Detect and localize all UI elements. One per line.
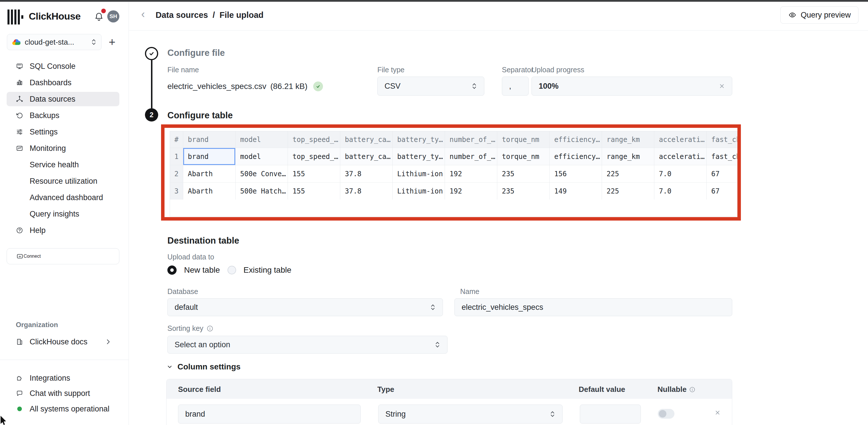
source-field-input[interactable]: brand: [178, 404, 361, 424]
connect-button[interactable]: Connect: [7, 248, 119, 264]
preview-cell[interactable]: 500e Conve…: [236, 165, 288, 182]
sidebar-item-data-sources[interactable]: Data sources: [7, 92, 119, 106]
preview-cell[interactable]: Abarth: [183, 165, 236, 182]
table-name-input[interactable]: electric_vehicles_specs: [455, 298, 732, 316]
sorting-key-label-row: Sorting key: [167, 324, 213, 333]
preview-cell[interactable]: 192: [445, 182, 497, 200]
default-value-header: Default value: [579, 385, 625, 394]
preview-column-header: number_of_…: [445, 131, 497, 148]
sidebar-item-label: Integrations: [30, 374, 70, 383]
preview-cell[interactable]: 67: [707, 165, 737, 182]
preview-cell[interactable]: 235: [497, 182, 550, 200]
sidebar-item-service-health[interactable]: Service health: [7, 158, 119, 172]
remove-column-icon[interactable]: [714, 409, 721, 416]
sidebar-item-settings[interactable]: Settings: [7, 125, 119, 139]
sidebar-item-label: SQL Console: [30, 62, 75, 71]
sidebar-item-advanced-dashboard[interactable]: Advanced dashboard: [7, 190, 119, 205]
sidebar-item-label: Chat with support: [30, 389, 90, 398]
preview-cell[interactable]: battery_ca…: [340, 148, 393, 165]
nullable-toggle[interactable]: [658, 409, 675, 419]
main-content: ‹ Data sources / File upload Query previ…: [129, 0, 868, 425]
column-settings-toggle[interactable]: Column settings: [166, 362, 241, 371]
sidebar-item-integrations[interactable]: Integrations: [7, 371, 119, 385]
sidebar-item-backups[interactable]: Backups: [7, 108, 119, 123]
separator-input[interactable]: ,: [502, 77, 529, 95]
sidebar-item-label: Resource utilization: [30, 177, 97, 186]
preview-cell[interactable]: accelerati…: [654, 148, 707, 165]
preview-cell[interactable]: 7.0: [654, 165, 707, 182]
database-select[interactable]: default: [167, 298, 443, 316]
preview-table-row: 3Abarth500e Hatch…15537.8Lithium-ion1922…: [170, 182, 737, 200]
cancel-upload-icon[interactable]: [719, 83, 725, 89]
preview-cell[interactable]: 37.8: [340, 182, 393, 200]
preview-cell[interactable]: range_km: [602, 148, 654, 165]
preview-cell[interactable]: fast_cha: [707, 148, 737, 165]
preview-cell[interactable]: Abarth: [183, 182, 236, 200]
chevron-updown-icon: [471, 82, 477, 90]
sidebar-item-system-status[interactable]: All systems operational: [7, 402, 119, 416]
organization-heading: Organization: [16, 321, 58, 329]
breadcrumb-separator: /: [213, 10, 215, 20]
sidebar-item-label: Monitoring: [30, 144, 66, 153]
preview-cell[interactable]: 149: [550, 182, 602, 200]
preview-cell[interactable]: torque_nm: [497, 148, 550, 165]
separator-value: ,: [509, 82, 512, 91]
preview-cell[interactable]: battery_ty…: [393, 148, 445, 165]
preview-cell[interactable]: Lithium-ion: [393, 182, 445, 200]
preview-cell[interactable]: 192: [445, 165, 497, 182]
preview-cell[interactable]: 67: [707, 182, 737, 200]
sidebar-item-dashboards[interactable]: Dashboards: [7, 76, 119, 90]
preview-cell[interactable]: top_speed_…: [288, 148, 340, 165]
sorting-key-select[interactable]: Select an option: [167, 336, 447, 353]
source-field-header: Source field: [178, 385, 221, 394]
breadcrumb-parent[interactable]: Data sources: [156, 10, 208, 20]
preview-cell[interactable]: number_of_…: [445, 148, 497, 165]
service-selector[interactable]: cloud-get-sta...: [7, 34, 101, 50]
upload-progress-value: 100%: [539, 82, 559, 91]
sidebar-item-help[interactable]: Help: [7, 223, 119, 237]
sidebar-item-monitoring[interactable]: Monitoring: [7, 141, 119, 155]
default-value-input[interactable]: [580, 404, 641, 424]
preview-cell[interactable]: 500e Hatch…: [236, 182, 288, 200]
sidebar-item-clickhouse-docs[interactable]: ClickHouse docs: [7, 335, 122, 349]
preview-cell[interactable]: Lithium-ion: [393, 165, 445, 182]
info-icon[interactable]: [689, 387, 695, 393]
preview-cell[interactable]: 225: [602, 182, 654, 200]
preview-cell[interactable]: 155: [288, 182, 340, 200]
sidebar-item-chat-support[interactable]: Chat with support: [7, 387, 119, 400]
existing-table-radio[interactable]: [227, 266, 236, 275]
eye-icon: [788, 11, 797, 19]
new-table-radio[interactable]: [167, 265, 177, 275]
avatar[interactable]: SH: [107, 10, 119, 23]
file-type-select[interactable]: CSV: [377, 77, 484, 95]
status-green-dot: [16, 405, 23, 413]
preview-row-index: 3: [170, 182, 183, 200]
preview-cell[interactable]: brand: [183, 148, 236, 165]
preview-table-row: 2Abarth500e Conve…15537.8Lithium-ion1922…: [170, 165, 737, 182]
mouse-cursor: [1, 416, 7, 425]
table-name-value: electric_vehicles_specs: [462, 303, 543, 312]
sorting-key-value: Select an option: [175, 340, 230, 349]
sidebar-item-label: ClickHouse docs: [30, 337, 87, 346]
query-preview-button[interactable]: Query preview: [780, 6, 859, 24]
preview-cell[interactable]: 37.8: [340, 165, 393, 182]
preview-cell[interactable]: model: [236, 148, 288, 165]
preview-cell[interactable]: 7.0: [654, 182, 707, 200]
preview-cell[interactable]: efficiency…: [550, 148, 602, 165]
chevron-updown-icon: [550, 410, 555, 418]
preview-cell[interactable]: 225: [602, 165, 654, 182]
notification-dot: [101, 9, 106, 13]
preview-cell[interactable]: 156: [550, 165, 602, 182]
preview-cell[interactable]: 235: [497, 165, 550, 182]
chevron-updown-icon: [430, 303, 436, 311]
type-select[interactable]: String: [378, 404, 563, 424]
sidebar-item-query-insights[interactable]: Query insights: [7, 207, 119, 221]
back-button[interactable]: ‹: [141, 8, 145, 21]
sidebar-item-sql-console[interactable]: SQL Console: [7, 59, 119, 74]
preview-cell[interactable]: 155: [288, 165, 340, 182]
add-service-button[interactable]: +: [109, 36, 115, 48]
sidebar-item-resource-utilization[interactable]: Resource utilization: [7, 174, 119, 188]
sidebar-item-label: Service health: [30, 160, 79, 169]
info-icon[interactable]: [207, 325, 213, 332]
chat-bubble-icon: [16, 389, 23, 397]
